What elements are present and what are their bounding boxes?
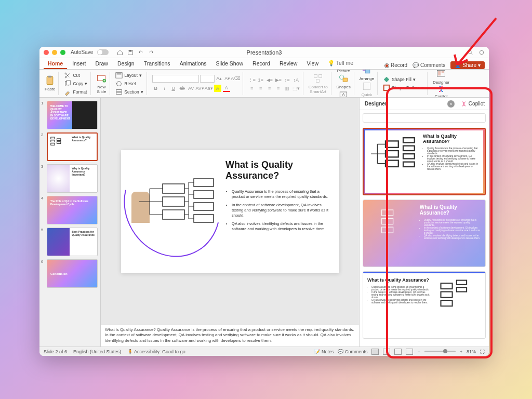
designer-button[interactable]: Designer	[433, 70, 449, 85]
record-toggle[interactable]: Record	[384, 62, 407, 68]
tab-animations[interactable]: Animations	[176, 59, 211, 69]
thumb-3[interactable]: 3Why is Quality Assurance Important?	[42, 164, 98, 193]
indent-left-button[interactable]: ◀≡	[266, 76, 273, 84]
design-suggestion-1[interactable]: What is Quality Assurance?Quality Assura…	[363, 128, 486, 195]
close-designer-icon[interactable]: ×	[447, 100, 455, 108]
shapes-button[interactable]: Shapes	[337, 73, 351, 89]
thumb-5[interactable]: 5Best Practices for Quality Assurance	[42, 228, 98, 256]
zoom-out-button[interactable]: −	[417, 349, 420, 354]
textbox-button[interactable]: AText Box	[338, 89, 349, 98]
section-button[interactable]: Section ▾	[115, 88, 143, 96]
clear-format-icon[interactable]: A⌫	[232, 75, 240, 82]
search-icon[interactable]	[467, 49, 473, 56]
tab-record[interactable]: Record	[248, 59, 274, 69]
current-slide[interactable]: What is Quality Assurance? Quality Assur…	[121, 150, 339, 273]
reset-button[interactable]: Reset	[115, 80, 143, 87]
shape-outline-button[interactable]: Shape Outline ▾	[383, 84, 424, 91]
tab-transitions[interactable]: Transitions	[140, 59, 175, 69]
italic-button[interactable]: I	[161, 85, 168, 92]
tab-design[interactable]: Design	[113, 59, 139, 69]
bold-button[interactable]: B	[152, 85, 159, 92]
paste-button[interactable]: Paste	[45, 75, 55, 91]
shape-fill-button[interactable]: Shape Fill ▾	[383, 76, 424, 83]
design-suggestions[interactable]: What is Quality Assurance?Quality Assura…	[360, 126, 489, 347]
tab-slideshow[interactable]: Slide Show	[212, 59, 248, 69]
font-size-select[interactable]	[200, 75, 215, 83]
align-left-button[interactable]: ≡	[248, 85, 256, 92]
align-right-button[interactable]: ≡	[266, 85, 273, 92]
copilot-header-icon[interactable]	[478, 49, 485, 56]
indent-right-button[interactable]: ▶≡	[275, 76, 282, 84]
justify-button[interactable]: ≡	[275, 85, 282, 92]
new-slide-button[interactable]: New Slide	[96, 73, 107, 94]
close-window-button[interactable]	[44, 50, 49, 55]
underline-button[interactable]: U	[170, 85, 177, 92]
font-family-select[interactable]	[152, 75, 199, 83]
fit-to-window-button[interactable]: ⛶	[480, 349, 485, 354]
decrease-font-icon[interactable]: A▾	[224, 75, 231, 82]
minimize-window-button[interactable]	[52, 50, 57, 55]
case-button[interactable]: Aa▾	[205, 85, 212, 92]
notes-toggle[interactable]: 📝 Notes	[314, 349, 334, 354]
text-direction-button[interactable]: ↕A	[292, 76, 300, 84]
cut-button[interactable]: Cut	[64, 72, 87, 79]
share-button[interactable]: 👤 Share ▾	[450, 61, 485, 69]
thumb-4[interactable]: 4The Role of QA in the Software Developm…	[42, 196, 98, 224]
copy-button[interactable]: Copy ▾	[64, 80, 87, 87]
spacing-button[interactable]: AV▾	[196, 85, 204, 92]
tab-insert[interactable]: Insert	[68, 59, 90, 69]
thumb-1[interactable]: 1WELCOME TO QUALITY ASSURANCE IN SOFTWAR…	[42, 101, 98, 129]
slide-thumbnails[interactable]: 1WELCOME TO QUALITY ASSURANCE IN SOFTWAR…	[39, 98, 101, 347]
align-text-button[interactable]: ⬚▾	[292, 85, 300, 92]
align-center-button[interactable]: ≡	[257, 85, 264, 92]
zoom-level[interactable]: 81%	[467, 349, 476, 354]
bullets-button[interactable]: ⋮≡	[248, 76, 256, 84]
tell-me[interactable]: 💡 Tell me	[324, 58, 357, 69]
reading-view-button[interactable]	[394, 349, 402, 355]
convert-smartart-button[interactable]: Convert to SmartArt	[309, 73, 328, 94]
slide-title[interactable]: What is Quality Assurance?	[225, 159, 328, 182]
highlight-button[interactable]: A	[214, 85, 221, 92]
comments-toggle[interactable]: 💬 Comments	[413, 62, 445, 68]
designer-tab[interactable]: Designer	[360, 99, 392, 109]
increase-font-icon[interactable]: A▴	[216, 75, 223, 82]
redo-icon[interactable]	[148, 49, 154, 56]
slide-counter[interactable]: Slide 2 of 6	[44, 349, 67, 354]
slide-bullets[interactable]: Quality Assurance is the process of ensu…	[225, 189, 328, 232]
sorter-view-button[interactable]	[383, 349, 390, 355]
thumb-6[interactable]: 6Conclusion	[42, 259, 98, 288]
tab-review[interactable]: Review	[275, 59, 301, 69]
tab-home[interactable]: Home	[44, 59, 67, 69]
shadow-button[interactable]: AV	[188, 85, 195, 92]
thumb-2[interactable]: 2What is Quality Assurance?	[42, 132, 98, 161]
slide-canvas[interactable]: What is Quality Assurance? Quality Assur…	[101, 98, 359, 325]
quick-styles-button[interactable]: Quick Styles	[361, 81, 373, 98]
zoom-slider[interactable]	[424, 351, 456, 352]
format-painter-button[interactable]: Format	[64, 88, 87, 96]
designer-search-input[interactable]	[363, 113, 486, 123]
layout-button[interactable]: Layout ▾	[115, 72, 143, 79]
save-icon[interactable]	[127, 49, 134, 56]
autosave-toggle[interactable]	[97, 49, 109, 55]
undo-icon[interactable]	[138, 49, 144, 56]
accessibility-checker[interactable]: 🧍 Accessibility: Good to go	[127, 349, 185, 354]
speaker-notes[interactable]: What is Quality Assurance? Quality Assur…	[101, 325, 359, 347]
arrange-button[interactable]: Arrange	[360, 70, 374, 81]
strike-button[interactable]: ab	[179, 85, 186, 92]
numbering-button[interactable]: 1≡	[257, 76, 264, 84]
design-suggestion-2[interactable]: What is Quality Assurance?Quality Assura…	[363, 200, 486, 267]
home-icon[interactable]	[117, 49, 123, 56]
tab-draw[interactable]: Draw	[91, 59, 112, 69]
tab-view[interactable]: View	[302, 59, 323, 69]
slideshow-view-button[interactable]	[406, 349, 413, 355]
copilot-button[interactable]: Copilot	[435, 85, 448, 98]
line-spacing-button[interactable]: ↕≡	[284, 76, 291, 84]
columns-button[interactable]: ▥	[284, 85, 291, 92]
language-indicator[interactable]: English (United States)	[73, 349, 121, 354]
zoom-in-button[interactable]: +	[460, 349, 462, 354]
normal-view-button[interactable]	[371, 349, 379, 355]
maximize-window-button[interactable]	[60, 50, 65, 55]
comments-status[interactable]: 💬 Comments	[338, 349, 367, 354]
design-suggestion-3[interactable]: What is Quality Assurance?Quality Assura…	[363, 271, 486, 339]
fontcolor-button[interactable]: A	[223, 85, 230, 92]
